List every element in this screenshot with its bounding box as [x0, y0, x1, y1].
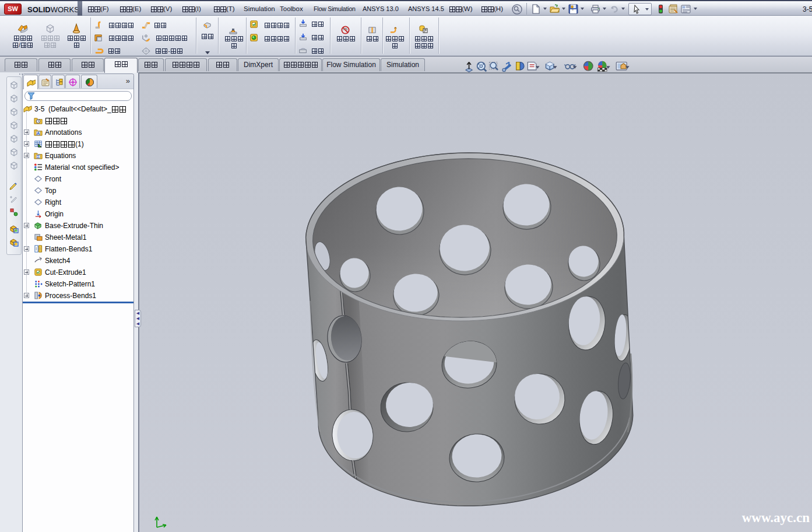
svg-text:A: A: [37, 131, 40, 136]
svg-text:Σ: Σ: [37, 154, 40, 159]
